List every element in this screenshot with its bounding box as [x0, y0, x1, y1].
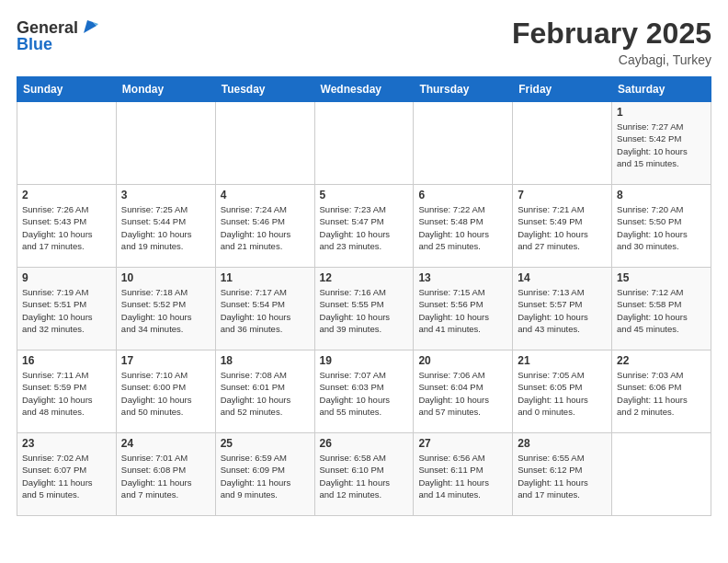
day-info: Sunrise: 7:15 AMSunset: 5:56 PMDaylight:…: [418, 286, 507, 335]
col-header-monday: Monday: [116, 77, 215, 102]
col-header-saturday: Saturday: [612, 77, 711, 102]
col-header-friday: Friday: [513, 77, 612, 102]
day-cell: 3Sunrise: 7:25 AMSunset: 5:44 PMDaylight…: [116, 185, 215, 268]
week-row-1: 1Sunrise: 7:27 AMSunset: 5:42 PMDaylight…: [17, 102, 711, 185]
day-number: 28: [518, 437, 607, 450]
day-info: Sunrise: 7:26 AMSunset: 5:43 PMDaylight:…: [22, 203, 111, 252]
day-number: 8: [617, 189, 706, 201]
day-cell: [612, 433, 711, 516]
month-title: February 2025: [512, 17, 711, 51]
day-cell: 5Sunrise: 7:23 AMSunset: 5:47 PMDaylight…: [314, 185, 414, 268]
day-number: 16: [22, 354, 111, 367]
day-cell: [215, 102, 314, 185]
day-number: 20: [418, 354, 507, 367]
title-block: February 2025 Caybagi, Turkey: [512, 17, 711, 67]
day-cell: [513, 102, 612, 185]
day-cell: 22Sunrise: 7:03 AMSunset: 6:06 PMDayligh…: [612, 350, 711, 433]
day-number: 1: [617, 106, 706, 119]
day-cell: 1Sunrise: 7:27 AMSunset: 5:42 PMDaylight…: [612, 102, 711, 185]
day-cell: [116, 102, 215, 185]
day-info: Sunrise: 6:55 AMSunset: 6:12 PMDaylight:…: [518, 452, 607, 500]
day-cell: [314, 102, 414, 185]
day-number: 2: [22, 189, 111, 201]
day-cell: 23Sunrise: 7:02 AMSunset: 6:07 PMDayligh…: [17, 433, 117, 516]
day-info: Sunrise: 7:08 AMSunset: 6:01 PMDaylight:…: [221, 369, 310, 418]
day-number: 5: [320, 189, 409, 201]
day-number: 10: [121, 271, 210, 284]
col-header-wednesday: Wednesday: [314, 77, 414, 102]
day-number: 25: [221, 437, 310, 450]
day-info: Sunrise: 7:23 AMSunset: 5:47 PMDaylight:…: [320, 203, 409, 252]
day-info: Sunrise: 7:24 AMSunset: 5:46 PMDaylight:…: [221, 203, 310, 252]
day-cell: 8Sunrise: 7:20 AMSunset: 5:50 PMDaylight…: [612, 185, 711, 268]
day-cell: 28Sunrise: 6:55 AMSunset: 6:12 PMDayligh…: [513, 433, 612, 516]
week-row-5: 23Sunrise: 7:02 AMSunset: 6:07 PMDayligh…: [17, 433, 711, 516]
day-cell: 16Sunrise: 7:11 AMSunset: 5:59 PMDayligh…: [17, 350, 117, 433]
day-cell: 17Sunrise: 7:10 AMSunset: 6:00 PMDayligh…: [116, 350, 215, 433]
day-cell: 2Sunrise: 7:26 AMSunset: 5:43 PMDaylight…: [17, 185, 117, 268]
day-number: 13: [418, 271, 507, 284]
day-info: Sunrise: 7:16 AMSunset: 5:55 PMDaylight:…: [320, 286, 409, 335]
day-cell: [17, 102, 117, 185]
week-row-4: 16Sunrise: 7:11 AMSunset: 5:59 PMDayligh…: [17, 350, 711, 433]
day-info: Sunrise: 7:05 AMSunset: 6:05 PMDaylight:…: [518, 369, 607, 418]
day-number: 17: [121, 354, 210, 367]
day-info: Sunrise: 7:21 AMSunset: 5:49 PMDaylight:…: [518, 203, 607, 252]
day-cell: 4Sunrise: 7:24 AMSunset: 5:46 PMDaylight…: [215, 185, 314, 268]
day-cell: 21Sunrise: 7:05 AMSunset: 6:05 PMDayligh…: [513, 350, 612, 433]
day-info: Sunrise: 7:19 AMSunset: 5:51 PMDaylight:…: [22, 286, 111, 335]
day-info: Sunrise: 6:56 AMSunset: 6:11 PMDaylight:…: [418, 452, 507, 500]
col-header-thursday: Thursday: [414, 77, 513, 102]
day-info: Sunrise: 6:58 AMSunset: 6:10 PMDaylight:…: [320, 452, 409, 500]
day-info: Sunrise: 7:22 AMSunset: 5:48 PMDaylight:…: [418, 203, 507, 252]
calendar-header-row: SundayMondayTuesdayWednesdayThursdayFrid…: [17, 77, 711, 102]
day-info: Sunrise: 7:17 AMSunset: 5:54 PMDaylight:…: [221, 286, 310, 335]
col-header-sunday: Sunday: [17, 77, 117, 102]
col-header-tuesday: Tuesday: [215, 77, 314, 102]
week-row-3: 9Sunrise: 7:19 AMSunset: 5:51 PMDaylight…: [17, 268, 711, 350]
day-number: 9: [22, 271, 111, 284]
logo-icon: [80, 17, 100, 37]
day-info: Sunrise: 7:07 AMSunset: 6:03 PMDaylight:…: [320, 369, 409, 418]
day-cell: 26Sunrise: 6:58 AMSunset: 6:10 PMDayligh…: [314, 433, 414, 516]
day-cell: 25Sunrise: 6:59 AMSunset: 6:09 PMDayligh…: [215, 433, 314, 516]
day-info: Sunrise: 7:12 AMSunset: 5:58 PMDaylight:…: [617, 286, 706, 335]
svg-marker-0: [84, 20, 97, 33]
day-cell: 11Sunrise: 7:17 AMSunset: 5:54 PMDayligh…: [215, 268, 314, 350]
day-cell: 19Sunrise: 7:07 AMSunset: 6:03 PMDayligh…: [314, 350, 414, 433]
day-cell: [414, 102, 513, 185]
day-number: 15: [617, 271, 706, 284]
day-number: 18: [221, 354, 310, 367]
page: General Blue February 2025 Caybagi, Turk…: [0, 0, 728, 533]
day-cell: 9Sunrise: 7:19 AMSunset: 5:51 PMDaylight…: [17, 268, 117, 350]
day-cell: 15Sunrise: 7:12 AMSunset: 5:58 PMDayligh…: [612, 268, 711, 350]
day-cell: 13Sunrise: 7:15 AMSunset: 5:56 PMDayligh…: [414, 268, 513, 350]
week-row-2: 2Sunrise: 7:26 AMSunset: 5:43 PMDaylight…: [17, 185, 711, 268]
day-info: Sunrise: 7:10 AMSunset: 6:00 PMDaylight:…: [121, 369, 210, 418]
day-number: 22: [617, 354, 706, 367]
calendar: SundayMondayTuesdayWednesdayThursdayFrid…: [17, 76, 711, 516]
day-cell: 7Sunrise: 7:21 AMSunset: 5:49 PMDaylight…: [513, 185, 612, 268]
day-number: 11: [221, 271, 310, 284]
day-info: Sunrise: 7:03 AMSunset: 6:06 PMDaylight:…: [617, 369, 706, 418]
day-info: Sunrise: 7:01 AMSunset: 6:08 PMDaylight:…: [121, 452, 210, 500]
day-number: 14: [518, 271, 607, 284]
day-info: Sunrise: 7:02 AMSunset: 6:07 PMDaylight:…: [22, 452, 111, 500]
header: General Blue February 2025 Caybagi, Turk…: [17, 17, 711, 67]
day-info: Sunrise: 7:18 AMSunset: 5:52 PMDaylight:…: [121, 286, 210, 335]
day-info: Sunrise: 7:11 AMSunset: 5:59 PMDaylight:…: [22, 369, 111, 418]
day-number: 19: [320, 354, 409, 367]
day-cell: 12Sunrise: 7:16 AMSunset: 5:55 PMDayligh…: [314, 268, 414, 350]
day-number: 24: [121, 437, 210, 450]
day-cell: 6Sunrise: 7:22 AMSunset: 5:48 PMDaylight…: [414, 185, 513, 268]
day-cell: 27Sunrise: 6:56 AMSunset: 6:11 PMDayligh…: [414, 433, 513, 516]
day-cell: 18Sunrise: 7:08 AMSunset: 6:01 PMDayligh…: [215, 350, 314, 433]
day-info: Sunrise: 7:27 AMSunset: 5:42 PMDaylight:…: [617, 121, 706, 169]
day-number: 26: [320, 437, 409, 450]
day-info: Sunrise: 7:20 AMSunset: 5:50 PMDaylight:…: [617, 203, 706, 252]
day-number: 12: [320, 271, 409, 284]
day-cell: 14Sunrise: 7:13 AMSunset: 5:57 PMDayligh…: [513, 268, 612, 350]
day-number: 23: [22, 437, 111, 450]
day-cell: 10Sunrise: 7:18 AMSunset: 5:52 PMDayligh…: [116, 268, 215, 350]
day-info: Sunrise: 6:59 AMSunset: 6:09 PMDaylight:…: [221, 452, 310, 500]
